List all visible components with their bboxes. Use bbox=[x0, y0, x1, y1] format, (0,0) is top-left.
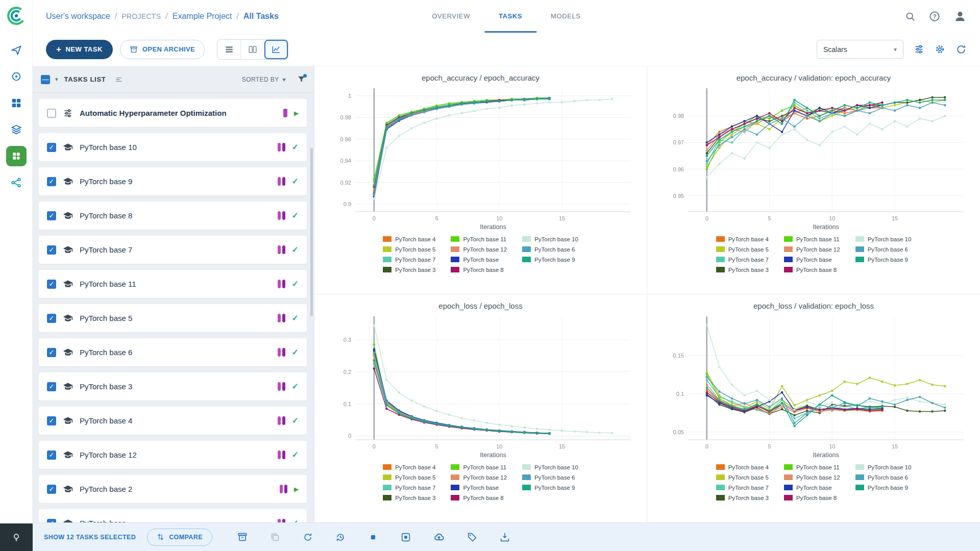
reset-icon[interactable] bbox=[335, 532, 346, 543]
clearml-logo[interactable] bbox=[6, 5, 27, 29]
legend-item[interactable]: PyTorch base 10 bbox=[855, 462, 912, 472]
legend-item[interactable]: PyTorch base 3 bbox=[716, 493, 769, 503]
legend-item[interactable]: PyTorch base 9 bbox=[855, 255, 912, 264]
legend-item[interactable]: PyTorch base 5 bbox=[383, 244, 435, 254]
move-to-project-icon[interactable] bbox=[499, 532, 510, 543]
legend-item[interactable]: PyTorch base 12 bbox=[451, 244, 507, 254]
legend-item[interactable]: PyTorch base 8 bbox=[784, 265, 840, 274]
tab-overview[interactable]: OVERVIEW bbox=[418, 0, 484, 33]
abort-all-icon[interactable] bbox=[400, 532, 411, 543]
datasets-icon[interactable] bbox=[6, 119, 27, 140]
task-checkbox[interactable]: ✓ bbox=[47, 416, 56, 425]
breadcrumb-workspace[interactable]: User's workspace bbox=[46, 12, 110, 21]
legend-item[interactable]: PyTorch base 6 bbox=[522, 472, 578, 482]
legend-item[interactable]: PyTorch base 3 bbox=[383, 493, 435, 503]
task-row[interactable]: Automatic Hyperparameter Optimization▶ bbox=[39, 99, 307, 127]
tips-button[interactable] bbox=[0, 523, 33, 551]
legend-item[interactable]: PyTorch base 7 bbox=[716, 255, 769, 264]
legend-item[interactable]: PyTorch base 8 bbox=[451, 265, 507, 274]
apps-icon[interactable] bbox=[6, 146, 27, 166]
task-checkbox[interactable]: ✓ bbox=[47, 485, 56, 494]
legend-item[interactable]: PyTorch base 7 bbox=[716, 483, 769, 492]
chart-view-button[interactable] bbox=[264, 40, 288, 59]
task-row[interactable]: ✓PyTorch base 12✓ bbox=[39, 441, 307, 469]
table-view-button[interactable] bbox=[217, 40, 241, 59]
task-row[interactable]: ✓PyTorch base 3✓ bbox=[39, 372, 307, 400]
legend-item[interactable]: PyTorch base 10 bbox=[522, 462, 578, 472]
publish-icon[interactable] bbox=[433, 531, 445, 543]
legend-item[interactable]: PyTorch base 5 bbox=[716, 244, 769, 254]
task-checkbox[interactable]: ✓ bbox=[47, 143, 56, 152]
legend-item[interactable]: PyTorch base 11 bbox=[451, 462, 507, 472]
task-row[interactable]: ✓PyTorch base 10✓ bbox=[39, 133, 307, 161]
legend-item[interactable]: PyTorch base 7 bbox=[383, 255, 435, 264]
task-row[interactable]: ✓PyTorch base 4✓ bbox=[39, 407, 307, 435]
legend-item[interactable]: PyTorch base 10 bbox=[855, 234, 912, 244]
help-icon[interactable]: ? bbox=[929, 11, 940, 22]
compare-button[interactable]: COMPARE bbox=[147, 529, 212, 546]
legend-item[interactable]: PyTorch base bbox=[784, 483, 840, 492]
metric-view-select[interactable]: Scalars ▾ bbox=[817, 40, 903, 59]
legend-item[interactable]: PyTorch base bbox=[784, 255, 840, 264]
dashboard-icon[interactable] bbox=[6, 40, 27, 60]
legend-item[interactable]: PyTorch base 9 bbox=[522, 483, 578, 492]
legend-item[interactable]: PyTorch base 5 bbox=[716, 472, 769, 482]
legend-item[interactable]: PyTorch base 9 bbox=[522, 255, 578, 264]
selection-count-label[interactable]: SHOW 12 TASKS SELECTED bbox=[44, 534, 136, 541]
task-checkbox[interactable]: ✓ bbox=[47, 314, 56, 323]
select-all-caret-icon[interactable]: ▾ bbox=[55, 76, 58, 83]
task-row[interactable]: ✓PyTorch base 7✓ bbox=[39, 236, 307, 264]
task-checkbox[interactable]: ✓ bbox=[47, 211, 56, 220]
split-view-button[interactable] bbox=[241, 40, 264, 59]
tab-models[interactable]: MODELS bbox=[536, 0, 595, 33]
legend-item[interactable]: PyTorch base 4 bbox=[716, 234, 769, 244]
task-checkbox[interactable]: ✓ bbox=[47, 382, 56, 391]
task-checkbox[interactable]: ✓ bbox=[47, 177, 56, 186]
auto-refresh-icon[interactable] bbox=[955, 44, 967, 55]
legend-item[interactable]: PyTorch base 6 bbox=[855, 244, 912, 254]
legend-item[interactable]: PyTorch base 7 bbox=[383, 483, 435, 492]
task-row[interactable]: ✓PyTorch base✓ bbox=[39, 509, 307, 522]
task-row[interactable]: ✓PyTorch base 6✓ bbox=[39, 338, 307, 366]
task-row[interactable]: ✓PyTorch base 5✓ bbox=[39, 304, 307, 332]
legend-item[interactable]: PyTorch base 12 bbox=[451, 472, 507, 482]
legend-item[interactable]: PyTorch base 11 bbox=[784, 234, 840, 244]
legend-item[interactable]: PyTorch base 8 bbox=[451, 493, 507, 503]
task-row[interactable]: ✓PyTorch base 11✓ bbox=[39, 270, 307, 298]
select-all-checkbox[interactable]: — bbox=[41, 75, 50, 84]
legend-item[interactable]: PyTorch base 11 bbox=[451, 234, 507, 244]
chart-plot[interactable]: 00.10.20.3051015Iterations bbox=[323, 312, 639, 461]
abort-icon[interactable] bbox=[368, 532, 379, 543]
task-checkbox[interactable]: ✓ bbox=[47, 245, 56, 255]
task-checkbox[interactable]: ✓ bbox=[47, 280, 56, 289]
legend-item[interactable]: PyTorch base 3 bbox=[716, 265, 769, 274]
projects-icon[interactable] bbox=[6, 93, 27, 113]
filter-icon[interactable] bbox=[297, 75, 306, 84]
chart-plot[interactable]: 0.950.960.970.98051015Iterations bbox=[655, 84, 972, 233]
legend-item[interactable]: PyTorch base 6 bbox=[522, 244, 578, 254]
sorted-by-control[interactable]: SORTED BY ▾ bbox=[242, 76, 286, 83]
legend-item[interactable]: PyTorch base bbox=[451, 255, 507, 264]
pipelines-icon[interactable] bbox=[6, 172, 27, 193]
breadcrumb-current[interactable]: All Tasks bbox=[243, 12, 279, 21]
clone-icon[interactable] bbox=[270, 532, 281, 543]
tags-icon[interactable] bbox=[467, 532, 478, 543]
legend-item[interactable]: PyTorch base 8 bbox=[784, 493, 840, 503]
legend-item[interactable]: PyTorch base 12 bbox=[784, 244, 840, 254]
open-archive-button[interactable]: OPEN ARCHIVE bbox=[120, 40, 205, 59]
breadcrumb-project[interactable]: Example Project bbox=[173, 12, 232, 21]
archive-action-icon[interactable] bbox=[237, 532, 248, 543]
legend-item[interactable]: PyTorch base 5 bbox=[383, 472, 435, 482]
workers-icon[interactable] bbox=[6, 66, 27, 87]
breadcrumb-projects[interactable]: PROJECTS bbox=[121, 12, 161, 20]
legend-item[interactable]: PyTorch base 4 bbox=[383, 462, 435, 472]
legend-item[interactable]: PyTorch base 4 bbox=[383, 234, 435, 244]
task-checkbox[interactable]: ✓ bbox=[47, 519, 56, 523]
graph-settings-icon[interactable] bbox=[914, 44, 924, 55]
legend-item[interactable]: PyTorch base 12 bbox=[784, 472, 840, 482]
tab-tasks[interactable]: TASKS bbox=[484, 0, 536, 33]
legend-item[interactable]: PyTorch base bbox=[451, 483, 507, 492]
new-task-button[interactable]: + NEW TASK bbox=[46, 40, 113, 59]
chart-plot[interactable]: 0.90.920.940.960.981051015Iterations bbox=[323, 84, 639, 233]
search-icon[interactable] bbox=[905, 11, 916, 22]
